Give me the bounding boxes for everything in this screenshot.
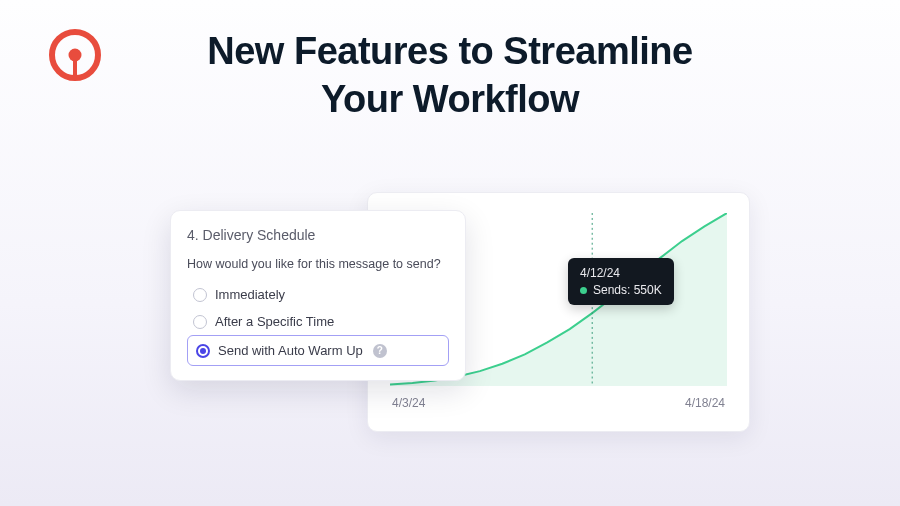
radio-icon (196, 344, 210, 358)
panel-question: How would you like for this message to s… (187, 257, 449, 271)
x-axis-end: 4/18/24 (685, 396, 725, 410)
delivery-schedule-panel: 4. Delivery Schedule How would you like … (170, 210, 466, 381)
chart-x-axis: 4/3/24 4/18/24 (390, 396, 727, 410)
tooltip-date: 4/12/24 (580, 266, 662, 280)
panel-heading: 4. Delivery Schedule (187, 227, 449, 243)
illustration-stage: 4/3/24 4/18/24 4/12/24 Sends: 550K 4. De… (0, 170, 900, 506)
x-axis-start: 4/3/24 (392, 396, 425, 410)
tooltip-series-dot-icon (580, 287, 587, 294)
page-title-line2: Your Workflow (321, 78, 579, 120)
radio-immediately[interactable]: Immediately (187, 281, 449, 308)
radio-auto-warm-up[interactable]: Send with Auto Warm Up ? (187, 335, 449, 366)
chart-tooltip: 4/12/24 Sends: 550K (568, 258, 674, 305)
radio-label: Send with Auto Warm Up (218, 343, 363, 358)
radio-after-specific-time[interactable]: After a Specific Time (187, 308, 449, 335)
page-title: New Features to Streamline Your Workflow (0, 28, 900, 123)
radio-icon (193, 288, 207, 302)
tooltip-value: Sends: 550K (593, 283, 662, 297)
radio-icon (193, 315, 207, 329)
help-icon[interactable]: ? (373, 344, 387, 358)
page-title-line1: New Features to Streamline (207, 30, 692, 72)
radio-label: Immediately (215, 287, 285, 302)
radio-label: After a Specific Time (215, 314, 334, 329)
